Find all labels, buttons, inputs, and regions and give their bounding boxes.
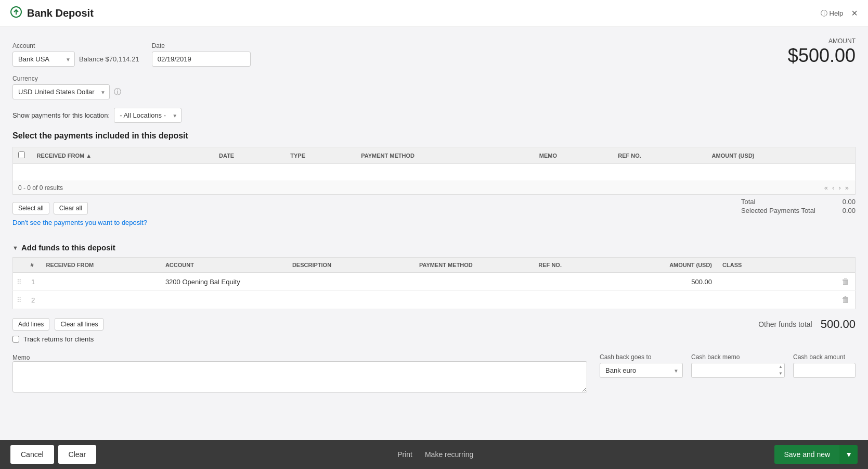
close-button[interactable]: × <box>851 7 858 19</box>
dont-see-link[interactable]: Don't see the payments you want to depos… <box>12 219 147 226</box>
payment-method-input-2[interactable] <box>414 292 533 308</box>
ref-no-input-2[interactable] <box>533 292 652 308</box>
delete-row-1-button[interactable]: 🗑 <box>837 273 854 290</box>
clear-all-lines-button[interactable]: Clear all lines <box>55 318 103 331</box>
received-from-2 <box>41 291 160 309</box>
clear-button[interactable]: Clear <box>58 445 96 446</box>
date-input[interactable] <box>152 52 251 67</box>
add-lines-button[interactable]: Add lines <box>12 318 49 331</box>
account-input-1[interactable] <box>160 274 287 290</box>
cash-back-memo-up-btn[interactable]: ▲ <box>778 364 784 371</box>
th-type: TYPE <box>285 147 356 164</box>
received-from-input-2[interactable] <box>41 292 160 308</box>
cash-back-memo-input[interactable] <box>691 363 785 378</box>
track-returns-label: Track returns for clients <box>23 335 94 343</box>
funds-totals: Other funds total 500.00 <box>758 318 856 331</box>
cash-back-goes-to-select[interactable]: Bank euro <box>600 363 683 378</box>
ref-no-input-1[interactable] <box>533 274 652 290</box>
description-input-2[interactable] <box>287 292 414 308</box>
payments-table-header-row: RECEIVED FROM ▲ DATE TYPE PAYMENT METHOD… <box>13 147 856 164</box>
cash-back-amount-input[interactable] <box>793 363 856 378</box>
th-received-from-label: RECEIVED FROM <box>37 153 85 159</box>
memo-group: Memo <box>12 353 587 394</box>
cash-back-memo-label: Cash back memo <box>691 353 785 361</box>
location-select[interactable]: - All Locations - <box>114 108 182 123</box>
th-funds-description: DESCRIPTION <box>287 258 414 273</box>
selected-payments-total-line: Selected Payments Total 0.00 <box>741 207 856 214</box>
bank-deposit-icon <box>10 6 22 20</box>
cash-back-amount-label: Cash back amount <box>793 353 856 361</box>
total-label: Total <box>741 198 755 206</box>
prev-page-btn[interactable]: ‹ <box>831 184 835 192</box>
payment-method-1 <box>414 273 533 291</box>
other-funds-value: 500.00 <box>821 318 856 331</box>
results-text: 0 - 0 of 0 results <box>18 184 63 192</box>
th-received-from: RECEIVED FROM ▲ <box>32 147 214 164</box>
help-icon: ⓘ <box>821 9 827 18</box>
account-date-row: Account Bank USA ▼ Balance $70,114.21 Da… <box>12 37 856 67</box>
th-funds-amount-usd: AMOUNT (USD) <box>653 258 717 273</box>
clear-all-button[interactable]: Clear all <box>54 202 88 214</box>
drag-handle-1[interactable]: ⠿ <box>13 273 25 291</box>
cash-back-amount-group: Cash back amount <box>793 353 856 378</box>
class-input-2[interactable] <box>717 292 836 308</box>
footer-left: Cancel Clear <box>10 445 96 446</box>
account-select[interactable]: Bank USA <box>12 52 75 67</box>
cancel-button[interactable]: Cancel <box>10 445 54 446</box>
amount-value: $500.00 <box>788 45 856 67</box>
currency-wrapper: USD United States Dollar ▼ ⓘ <box>12 84 121 99</box>
date-label: Date <box>152 42 251 49</box>
th-num: # <box>25 258 41 273</box>
memo-textarea[interactable] <box>12 361 587 392</box>
save-and-new-arrow-button[interactable]: ▼ <box>839 445 858 446</box>
th-funds-class: CLASS <box>717 258 836 273</box>
funds-actions: Add lines Clear all lines <box>12 318 103 331</box>
payment-method-input-1[interactable] <box>414 274 533 290</box>
account-input-2[interactable] <box>160 292 287 308</box>
save-and-new-button[interactable]: Save and new <box>774 445 839 446</box>
cash-back-memo-down-btn[interactable]: ▼ <box>778 371 784 377</box>
th-funds-delete <box>837 258 856 273</box>
amount-label: AMOUNT <box>788 37 856 45</box>
funds-row-1: ⠿ 1 500.00 🗑 <box>13 273 856 291</box>
select-all-button[interactable]: Select all <box>12 202 49 214</box>
class-2 <box>717 291 836 309</box>
total-value: 0.00 <box>843 198 856 206</box>
amount-1: 500.00 <box>653 273 717 291</box>
class-1 <box>717 273 836 291</box>
delete-row-2-button[interactable]: 🗑 <box>837 291 854 309</box>
currency-info-icon[interactable]: ⓘ <box>114 87 121 97</box>
selected-payments-value: 0.00 <box>843 207 856 214</box>
account-2 <box>160 291 287 309</box>
next-page-btn[interactable]: › <box>837 184 841 192</box>
help-button[interactable]: ⓘ Help <box>821 9 844 18</box>
track-returns-checkbox[interactable] <box>12 336 19 343</box>
th-amount-usd: AMOUNT (USD) <box>707 147 856 164</box>
help-label: Help <box>830 9 844 17</box>
page-title: Bank Deposit <box>27 7 94 19</box>
add-funds-section: ▼ Add funds to this deposit # RECEIVED F… <box>12 243 856 343</box>
track-returns-row: Track returns for clients <box>12 335 856 343</box>
account-group: Account Bank USA ▼ Balance $70,114.21 <box>12 42 139 67</box>
select-all-checkbox[interactable] <box>18 151 25 158</box>
currency-select[interactable]: USD United States Dollar <box>12 84 110 99</box>
cash-back-goes-to-label: Cash back goes to <box>600 353 683 361</box>
location-select-container: - All Locations - ▼ <box>114 108 182 123</box>
amount-display: AMOUNT $500.00 <box>788 37 856 67</box>
received-from-input-1[interactable] <box>41 274 160 290</box>
th-payment-method: PAYMENT METHOD <box>356 147 534 164</box>
th-memo: MEMO <box>534 147 613 164</box>
add-funds-header[interactable]: ▼ Add funds to this deposit <box>12 243 856 252</box>
row-num-1: 1 <box>25 273 41 291</box>
description-input-1[interactable] <box>287 274 414 290</box>
last-page-btn[interactable]: » <box>844 184 850 192</box>
description-2 <box>287 291 414 309</box>
ref-no-1 <box>533 273 652 291</box>
funds-row-2: ⠿ 2 🗑 <box>13 291 856 309</box>
class-input-1[interactable] <box>717 274 836 290</box>
drag-handle-2[interactable]: ⠿ <box>13 291 25 309</box>
currency-select-container: USD United States Dollar ▼ <box>12 84 110 99</box>
th-date: DATE <box>214 147 285 164</box>
footer-right: Save and new ▼ <box>774 445 858 446</box>
first-page-btn[interactable]: « <box>823 184 829 192</box>
